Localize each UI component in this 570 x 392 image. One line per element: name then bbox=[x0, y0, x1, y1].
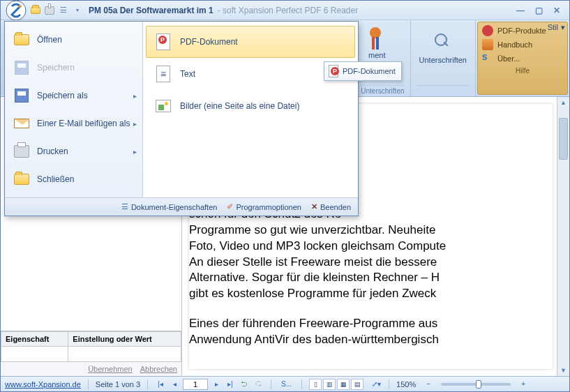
help-manual[interactable]: Handbuch bbox=[482, 38, 563, 52]
zoom-in-button[interactable]: + bbox=[518, 379, 529, 390]
app-logo[interactable] bbox=[5, 0, 27, 22]
view-book-button[interactable]: ▤ bbox=[351, 379, 363, 390]
footer-options[interactable]: ✐Programmoptionen bbox=[227, 202, 301, 211]
submenu-images[interactable]: Bilder (eine Seite als eine Datei) bbox=[146, 90, 355, 122]
pdf-icon bbox=[482, 25, 493, 36]
view-facing-button[interactable]: ▦ bbox=[337, 379, 350, 390]
pdf-icon bbox=[329, 65, 338, 77]
menu-save: Speichern bbox=[5, 54, 142, 82]
signatures-button[interactable]: Unterschriften bbox=[417, 23, 470, 73]
app-menu-right: PDF-Dokument Text Bilder (eine Seite als… bbox=[143, 22, 358, 197]
vertical-scrollbar[interactable]: ▲ ▼ bbox=[557, 97, 569, 376]
table-cell[interactable] bbox=[1, 347, 68, 362]
s-icon: S bbox=[482, 53, 493, 64]
menu-open[interactable]: Öffnen bbox=[5, 26, 142, 54]
chevron-right-icon: ▸ bbox=[133, 120, 137, 128]
nav-prev-button[interactable]: ◂ bbox=[169, 379, 180, 390]
table-cell[interactable] bbox=[68, 347, 181, 362]
qat-open-icon[interactable] bbox=[30, 5, 41, 16]
document-text: Eines der führenden Freeware-Programme a… bbox=[189, 316, 548, 348]
menu-email[interactable]: Einer E-Mail beifügen als▸ bbox=[5, 110, 142, 137]
footer-doc-properties[interactable]: ☰Dokument-Eigenschaften bbox=[121, 202, 218, 211]
qat-dropdown-icon[interactable]: ▾ bbox=[72, 5, 83, 16]
titlebar: ☰ ▾ PM 05a Der Softwaremarkt im 1 - soft… bbox=[1, 1, 569, 20]
scroll-down-icon[interactable]: ▼ bbox=[557, 365, 569, 376]
nav-next-button[interactable]: ▸ bbox=[211, 379, 222, 390]
svg-point-1 bbox=[19, 5, 22, 8]
status-bar: www.soft-Xpansion.de Seite 1 von 3 |◂ ◂ … bbox=[1, 376, 569, 391]
view-cont-button[interactable]: ▥ bbox=[323, 379, 336, 390]
scroll-up-icon[interactable]: ▲ bbox=[557, 97, 569, 108]
properties-table: Eigenschaft Einstellung oder Wert bbox=[1, 331, 181, 362]
style-dropdown[interactable]: Stil▾ bbox=[545, 23, 565, 32]
qat-print-icon[interactable] bbox=[44, 5, 55, 16]
maximize-button[interactable]: ▢ bbox=[530, 4, 547, 17]
chevron-down-icon: ▾ bbox=[561, 23, 565, 31]
menu-print[interactable]: Drucken▸ bbox=[5, 137, 142, 165]
menu-save-as[interactable]: Speichern als▸ bbox=[5, 82, 142, 110]
zoom-thumb[interactable] bbox=[476, 380, 481, 389]
apply-link[interactable]: Übernehmen bbox=[88, 365, 133, 373]
zoom-level: 150% bbox=[396, 380, 416, 389]
application-menu: Öffnen Speichern Speichern als▸ Einer E-… bbox=[4, 21, 359, 216]
zoom-out-button[interactable]: − bbox=[423, 379, 434, 390]
vendor-link[interactable]: www.soft-Xpansion.de bbox=[5, 380, 81, 389]
magnifier-icon bbox=[432, 32, 454, 54]
ribbon-group-help: PDF-Produkte Handbuch SÜber... Hilfe bbox=[477, 22, 568, 95]
tooltip: PDF-Dokument bbox=[324, 61, 402, 81]
search-button[interactable]: S... bbox=[278, 379, 294, 390]
scroll-thumb[interactable] bbox=[559, 118, 568, 160]
col-property: Eigenschaft bbox=[1, 332, 68, 347]
app-menu-left: Öffnen Speichern Speichern als▸ Einer E-… bbox=[5, 22, 143, 197]
nav-last-button[interactable]: ▸| bbox=[225, 379, 236, 390]
zoom-slider[interactable] bbox=[441, 383, 511, 386]
qat-properties-icon[interactable]: ☰ bbox=[58, 5, 69, 16]
col-value: Einstellung oder Wert bbox=[68, 332, 181, 347]
book-icon bbox=[482, 39, 493, 50]
nav-first-button[interactable]: |◂ bbox=[155, 379, 166, 390]
submenu-pdf[interactable]: PDF-Dokument bbox=[146, 26, 355, 58]
cancel-link[interactable]: Abbrechen bbox=[140, 365, 177, 373]
nav-back-button[interactable]: ⮌ bbox=[239, 379, 250, 390]
app-title: - soft Xpansion Perfect PDF 6 Reader bbox=[218, 6, 358, 15]
view-single-button[interactable]: ▯ bbox=[309, 379, 322, 390]
document-title: PM 05a Der Softwaremarkt im 1 bbox=[89, 6, 213, 15]
app-menu-footer: ☰Dokument-Eigenschaften ✐Programmoptione… bbox=[5, 197, 358, 216]
options-icon: ✐ bbox=[227, 202, 233, 211]
help-about[interactable]: SÜber... bbox=[482, 52, 563, 66]
chevron-right-icon: ▸ bbox=[133, 92, 137, 100]
close-button[interactable]: ✕ bbox=[548, 4, 565, 17]
exit-icon: ✕ bbox=[311, 202, 317, 211]
ribbon-group-signatures: Unterschriften bbox=[411, 20, 476, 96]
page-input[interactable] bbox=[183, 379, 208, 390]
nav-fwd-button[interactable]: ⮎ bbox=[253, 379, 264, 390]
minimize-button[interactable]: — bbox=[512, 4, 529, 17]
menu-close[interactable]: Schließen bbox=[5, 165, 142, 193]
zoom-fit-button[interactable]: ⤢▾ bbox=[370, 379, 382, 390]
footer-exit[interactable]: ✕Beenden bbox=[311, 202, 351, 211]
properties-icon: ☰ bbox=[121, 202, 128, 211]
ribbon-group-label: Hilfe bbox=[482, 67, 563, 75]
page-indicator: Seite 1 von 3 bbox=[96, 380, 140, 389]
chevron-right-icon: ▸ bbox=[133, 148, 137, 156]
badge-icon bbox=[366, 27, 388, 50]
